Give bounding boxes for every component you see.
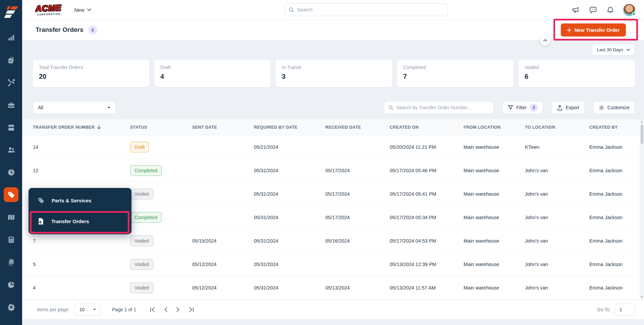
table-row[interactable]: 5 Voided 05/12/2024 05/31/2024 05/13/202… — [22, 253, 644, 276]
gear-icon — [599, 105, 604, 111]
chevron-down-icon — [627, 49, 630, 51]
page-header: Transfer Orders 8 New Transfer Order — [22, 20, 644, 40]
avatar[interactable] — [623, 4, 635, 16]
global-search-input[interactable] — [297, 7, 443, 12]
documents-icon[interactable] — [4, 255, 18, 269]
menu-item-label: Parts & Services — [52, 198, 91, 203]
previous-page-button[interactable] — [164, 307, 168, 312]
sidebar — [0, 0, 22, 325]
stat-label: Voided — [525, 65, 629, 70]
sidebar-nav — [4, 30, 18, 314]
filter-button-label: Filter — [516, 105, 527, 110]
customize-button[interactable]: Customize — [593, 101, 635, 114]
calendar-icon[interactable] — [4, 120, 18, 135]
next-page-button[interactable] — [176, 307, 180, 312]
vertical-scrollbar[interactable] — [640, 119, 644, 300]
bell-icon[interactable] — [606, 6, 614, 14]
column-header[interactable]: SENT DATE — [192, 125, 254, 130]
analytics-icon[interactable] — [4, 30, 18, 45]
goto-page-input[interactable] — [615, 304, 635, 316]
gear-icon[interactable] — [4, 300, 18, 314]
zuper-logo[interactable] — [2, 3, 20, 21]
order-search-input[interactable] — [396, 105, 489, 110]
customize-button-label: Customize — [607, 105, 630, 110]
parts-flyout-menu: Parts & Services Transfer Orders — [29, 188, 131, 234]
status-badge: Draft — [130, 142, 149, 152]
calculator-icon[interactable] — [4, 232, 18, 247]
column-header[interactable]: RECEIVED DATE — [325, 125, 390, 130]
date-range-select[interactable]: Last 30 Days — [592, 44, 635, 55]
new-menu-label: New — [74, 7, 85, 13]
sort-desc-icon — [97, 125, 101, 129]
briefcase-icon[interactable] — [4, 97, 18, 112]
stat-label: Completed — [403, 65, 507, 70]
tag-icon[interactable] — [4, 187, 18, 202]
last-page-button[interactable] — [189, 307, 194, 312]
column-header[interactable]: CREATED ON — [390, 125, 464, 130]
items-per-page-label: Items per page: — [37, 307, 69, 312]
main-content: Last 30 Days Total Transfer Orders 20 Dr… — [22, 40, 644, 325]
items-per-page-select[interactable]: 10 — [75, 304, 101, 316]
column-header[interactable]: TRANSFER ORDER NUMBER — [33, 125, 130, 130]
jobs-icon[interactable] — [4, 53, 18, 67]
menu-item-parts-services[interactable]: Parts & Services — [29, 190, 131, 211]
megaphone-icon[interactable] — [572, 6, 580, 14]
company-logo: ACME CORPORATION — [35, 4, 62, 16]
company-name: ACME — [35, 4, 61, 13]
map-icon[interactable] — [4, 210, 18, 224]
stat-value: 4 — [160, 73, 265, 80]
status-badge: Voided — [130, 236, 153, 246]
first-page-button[interactable] — [150, 307, 155, 312]
online-status-dot — [632, 12, 636, 16]
funnel-icon — [508, 105, 513, 110]
table-row[interactable]: 12 Completed 05/31/2024 05/17/2024 05/17… — [22, 159, 644, 182]
status-filter-select[interactable]: All — [33, 101, 116, 114]
clock-icon[interactable] — [4, 165, 18, 180]
pie-chart-icon[interactable] — [4, 277, 18, 292]
global-search[interactable] — [284, 3, 448, 16]
export-button-label: Export — [566, 105, 579, 110]
column-header[interactable]: STATUS — [130, 125, 192, 130]
stat-value: 7 — [403, 73, 507, 80]
topbar: ACME CORPORATION New — [22, 0, 644, 20]
column-header[interactable]: REQUIRED BY DATE — [254, 125, 325, 130]
stat-card-draft: Draft 4 — [154, 60, 271, 87]
stat-value: 6 — [525, 73, 629, 80]
search-icon — [289, 7, 294, 13]
column-header[interactable]: TO LOCATION — [525, 125, 589, 130]
menu-item-transfer-orders[interactable]: Transfer Orders — [29, 211, 131, 232]
table-row[interactable]: 4 Voided 05/12/2024 05/31/2024 05/13/202… — [22, 276, 644, 300]
column-header[interactable]: CREATED BY — [589, 125, 631, 130]
new-menu[interactable]: New — [74, 7, 91, 13]
scrollbar-thumb[interactable] — [641, 125, 643, 144]
chat-icon[interactable] — [589, 6, 597, 14]
chevron-up-icon — [543, 39, 547, 42]
scroll-up-arrow[interactable] — [641, 121, 643, 123]
table-row[interactable]: 14 Draft 05/21/2024 05/20/2024 11:21 PM … — [22, 135, 644, 159]
tools-icon[interactable] — [4, 75, 18, 90]
order-search[interactable] — [384, 101, 494, 114]
chevron-down-icon — [87, 8, 91, 11]
company-subtitle: CORPORATION — [37, 13, 60, 16]
collapse-stats-button[interactable] — [540, 35, 550, 46]
topbar-actions — [572, 0, 635, 20]
scroll-down-arrow[interactable] — [641, 296, 643, 298]
filter-button[interactable]: Filter 2 — [502, 101, 543, 114]
filter-count-badge: 2 — [530, 104, 538, 112]
column-header[interactable]: FROM LOCATION — [464, 125, 525, 130]
export-icon — [557, 105, 562, 111]
stat-value: 3 — [282, 73, 386, 80]
date-range-row: Last 30 Days — [22, 40, 644, 60]
stat-label: Total Transfer Orders — [39, 65, 143, 70]
export-button[interactable]: Export — [552, 101, 584, 114]
new-transfer-order-label: New Transfer Order — [575, 27, 620, 33]
goto-label: Go To: — [597, 307, 611, 312]
new-transfer-order-button[interactable]: New Transfer Order — [561, 23, 626, 37]
items-per-page-value: 10 — [79, 307, 85, 312]
page-info: Page 1 of 1 — [112, 307, 136, 312]
status-badge: Voided — [130, 282, 153, 293]
stat-card-in-transit: In-Transit 3 — [276, 60, 392, 87]
users-icon[interactable] — [4, 142, 18, 157]
stat-card-completed: Completed 7 — [397, 60, 514, 87]
plus-icon — [567, 28, 572, 32]
